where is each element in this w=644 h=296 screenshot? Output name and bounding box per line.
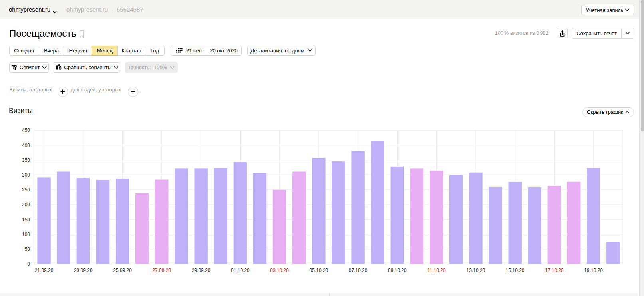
svg-text:200: 200 [22, 202, 30, 207]
svg-text:150: 150 [22, 217, 30, 222]
svg-text:350: 350 [22, 157, 30, 163]
svg-text:05.10.20: 05.10.20 [310, 268, 328, 273]
svg-text:23.09.20: 23.09.20 [74, 268, 93, 273]
svg-text:01.10.20: 01.10.20 [231, 268, 250, 273]
svg-text:03.10.20: 03.10.20 [270, 268, 289, 273]
svg-text:21.09.20: 21.09.20 [35, 268, 54, 273]
svg-text:13.10.20: 13.10.20 [467, 268, 485, 273]
svg-text:17.10.20: 17.10.20 [545, 268, 564, 273]
svg-text:50: 50 [25, 246, 30, 252]
svg-text:09.10.20: 09.10.20 [388, 268, 407, 273]
svg-text:25.09.20: 25.09.20 [113, 268, 132, 273]
svg-text:400: 400 [22, 143, 30, 148]
svg-text:07.10.20: 07.10.20 [349, 268, 368, 273]
svg-text:0: 0 [27, 261, 30, 267]
svg-text:300: 300 [22, 172, 30, 178]
svg-text:29.09.20: 29.09.20 [192, 268, 211, 273]
svg-text:15.10.20: 15.10.20 [506, 268, 525, 273]
svg-text:450: 450 [22, 127, 30, 133]
svg-text:250: 250 [22, 187, 30, 193]
svg-text:100: 100 [22, 232, 30, 237]
svg-text:11.10.20: 11.10.20 [427, 268, 446, 273]
svg-text:27.09.20: 27.09.20 [152, 268, 171, 273]
svg-text:19.10.20: 19.10.20 [584, 268, 603, 273]
